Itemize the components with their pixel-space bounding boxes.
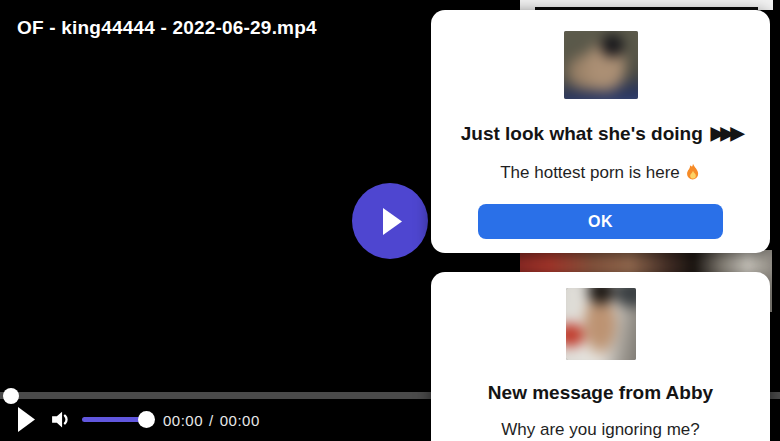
arrows-icon: ▶▶▶ xyxy=(711,123,741,143)
speaker-icon xyxy=(50,409,71,430)
message-thumbnail[interactable] xyxy=(566,288,636,360)
play-icon xyxy=(383,208,402,235)
offer-thumbnail[interactable] xyxy=(564,31,638,99)
volume-handle[interactable] xyxy=(138,411,155,428)
big-play-button[interactable] xyxy=(352,183,428,259)
video-title: OF - king44444 - 2022-06-29.mp4 xyxy=(17,17,317,39)
ok-button[interactable]: OK xyxy=(478,204,723,239)
offer-subtext: The hottest porn is here xyxy=(431,163,770,183)
popup-offer: Just look what she's doing▶▶▶ The hottes… xyxy=(431,10,770,253)
current-time: 00:00 xyxy=(163,412,203,429)
mute-button[interactable] xyxy=(50,409,71,430)
offer-headline-text: Just look what she's doing xyxy=(461,123,703,144)
fire-icon xyxy=(685,163,701,181)
message-thumbnail-image xyxy=(566,288,636,360)
seek-handle[interactable] xyxy=(3,388,19,404)
play-button[interactable] xyxy=(18,407,35,432)
background-popup-card xyxy=(520,0,773,10)
message-text: Why are you ignoring me? xyxy=(431,420,770,440)
volume-slider[interactable] xyxy=(82,417,146,422)
time-display: 00:00 / 00:00 xyxy=(163,411,260,429)
message-headline: New message from Abby xyxy=(431,382,770,404)
duration: 00:00 xyxy=(220,412,260,429)
offer-headline: Just look what she's doing▶▶▶ xyxy=(431,122,770,145)
offer-subtext-text: The hottest porn is here xyxy=(500,163,680,182)
offer-thumbnail-image xyxy=(564,31,638,99)
play-icon xyxy=(18,407,35,432)
time-separator: / xyxy=(209,412,214,429)
popup-message: New message from Abby Why are you ignori… xyxy=(431,272,770,441)
